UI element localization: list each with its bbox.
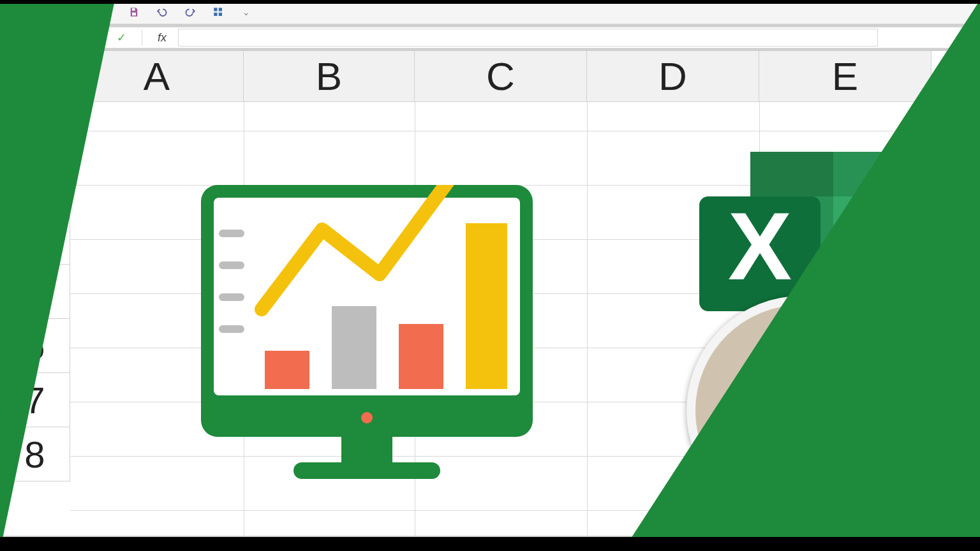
svg-point-32 <box>836 387 850 411</box>
redo-icon[interactable] <box>184 6 197 18</box>
column-headers: A B C D E <box>70 51 932 102</box>
row-header-3[interactable]: 3 <box>0 156 70 210</box>
col-header-c[interactable]: C <box>415 51 587 102</box>
col-header-b[interactable]: B <box>244 51 415 102</box>
svg-rect-4 <box>214 12 217 15</box>
formula-input[interactable] <box>178 29 878 47</box>
letterbox-top <box>0 0 980 4</box>
col-header-a[interactable]: A <box>70 51 244 102</box>
separator <box>142 30 142 45</box>
save-icon[interactable] <box>128 6 140 18</box>
svg-rect-2 <box>214 8 217 11</box>
svg-point-36 <box>813 390 824 397</box>
svg-rect-0 <box>132 8 135 11</box>
row-headers: 2 3 4 5 6 7 8 <box>0 102 70 481</box>
accept-icon[interactable]: ✓ <box>117 31 126 45</box>
col-header-e[interactable]: E <box>759 51 932 102</box>
col-header-d[interactable]: D <box>587 51 759 102</box>
cancel-icon[interactable]: ✕ <box>96 31 105 45</box>
svg-rect-1 <box>132 12 136 15</box>
row-header-8[interactable]: 8 <box>0 427 70 481</box>
formula-bar: ✕ ✓ fx <box>0 27 980 48</box>
row-header-7[interactable]: 7 <box>0 373 70 427</box>
undo-icon[interactable] <box>156 6 168 18</box>
svg-rect-3 <box>219 8 222 11</box>
svg-rect-34 <box>808 380 829 384</box>
row-header-5[interactable]: 5 <box>0 265 70 319</box>
svg-rect-25 <box>833 251 916 305</box>
row-header-4[interactable]: 4 <box>0 210 70 265</box>
svg-rect-23 <box>833 152 916 196</box>
dropdown-icon[interactable]: ⌄ <box>240 6 253 18</box>
letterbox-bottom <box>0 537 980 551</box>
svg-rect-5 <box>219 12 222 15</box>
row-header-6[interactable]: 6 <box>0 319 70 373</box>
instructor-avatar <box>687 296 916 525</box>
svg-point-35 <box>780 390 791 397</box>
svg-rect-33 <box>775 380 796 384</box>
grid-icon[interactable] <box>212 6 225 18</box>
fx-icon[interactable]: fx <box>158 31 167 45</box>
excel-letter: X <box>728 193 792 300</box>
row-header-2[interactable]: 2 <box>0 102 70 156</box>
svg-point-31 <box>752 387 766 411</box>
svg-rect-24 <box>833 196 916 251</box>
